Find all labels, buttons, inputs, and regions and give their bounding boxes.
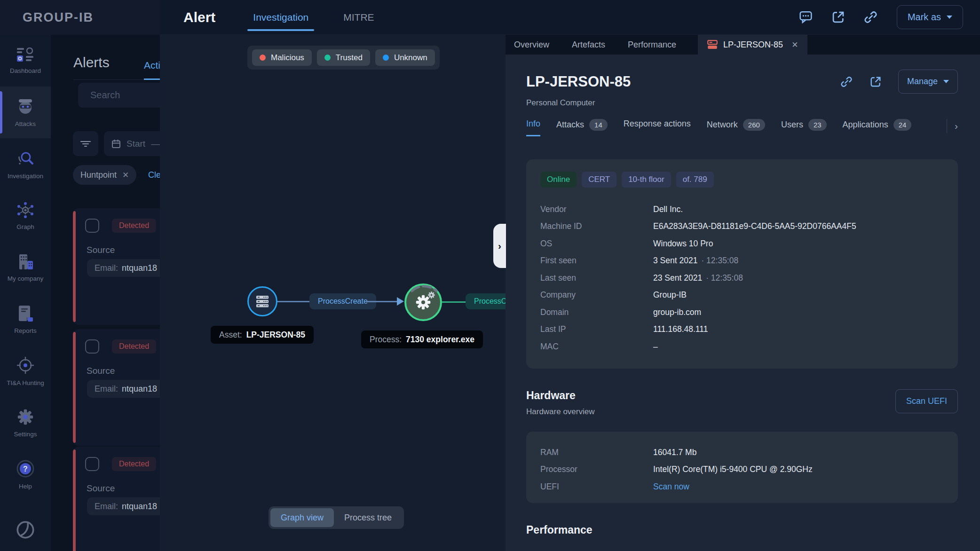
source-label: Source xyxy=(87,366,115,376)
investigation-graph-canvas[interactable]: Malicious Trusted Unknown ProcessCreate … xyxy=(160,35,506,551)
open-external-icon[interactable] xyxy=(832,11,845,24)
asset-subtitle: Personal Computer xyxy=(526,98,958,108)
sidebar-item-settings[interactable]: Settings xyxy=(0,397,51,449)
legend-label: Trusted xyxy=(336,53,363,63)
open-external-icon[interactable] xyxy=(870,76,881,87)
graph-node-process[interactable] xyxy=(404,283,442,321)
sidebar-item-dashboard[interactable]: Dashboard xyxy=(0,35,51,87)
toggle-process-tree[interactable]: Process tree xyxy=(334,508,402,527)
divider xyxy=(947,119,947,133)
table-row: Processor Intel(R) Core(TM) i5-9400 CPU … xyxy=(540,461,944,479)
sidebar-item-label: Reports xyxy=(14,327,36,334)
alerts-tab-active[interactable]: Active xyxy=(144,60,160,71)
edge-label-processcreate[interactable]: ProcessCreate xyxy=(466,293,506,309)
email-chip[interactable]: Email: ntquan18 xyxy=(87,380,160,398)
tab-asset-label: LP-JERSON-85 xyxy=(723,40,783,50)
clear-filters-link[interactable]: Clear xyxy=(148,170,160,180)
asset-tab-info[interactable]: Info xyxy=(526,119,540,136)
close-icon[interactable]: ✕ xyxy=(122,170,129,180)
node-name: LP-JERSON-85 xyxy=(246,330,305,340)
tab-mitre[interactable]: MITRE xyxy=(343,0,374,35)
email-chip[interactable]: Email: ntquan18 xyxy=(87,259,160,277)
row-label: Last IP xyxy=(540,324,653,334)
sidebar-item-reports[interactable]: Reports xyxy=(0,293,51,345)
asset-header: LP-JERSON-85 Manage xyxy=(526,70,958,94)
tab-performance[interactable]: Performance xyxy=(616,40,688,50)
filter-button[interactable] xyxy=(73,131,98,156)
chevron-right-icon: › xyxy=(498,240,501,252)
group-ib-logo: GROUP-IB xyxy=(23,10,94,25)
sidebar-item-attacks[interactable]: Attacks xyxy=(0,87,51,138)
dashboard-icon xyxy=(16,47,34,63)
table-row: RAM 16041.7 Mb xyxy=(540,444,944,461)
count-badge: 260 xyxy=(743,119,765,131)
source-label: Source xyxy=(87,483,115,494)
performance-title: Performance xyxy=(526,524,958,536)
alert-checkbox[interactable] xyxy=(85,219,99,233)
tab-asset-lp-jerson-85[interactable]: LP-JERSON-85 ✕ xyxy=(698,35,807,55)
close-icon[interactable]: ✕ xyxy=(791,40,798,50)
filter-chip-huntpoint[interactable]: Huntpoint ✕ xyxy=(73,165,136,185)
asset-tab-network[interactable]: Network 260 xyxy=(707,119,765,137)
asset-title: LP-JERSON-85 xyxy=(526,73,631,90)
asset-tab-attacks[interactable]: Attacks 14 xyxy=(556,119,608,137)
sidebar-item-my-company[interactable]: My company xyxy=(0,242,51,293)
sidebar-item-label: Investigation xyxy=(8,173,43,180)
search-input[interactable] xyxy=(78,83,160,108)
mark-as-label: Mark as xyxy=(908,12,941,23)
asset-tabs: Info Attacks 14 Response actions Network… xyxy=(526,119,958,139)
mark-as-button[interactable]: Mark as xyxy=(897,5,963,29)
alerts-title: Alerts xyxy=(73,55,110,71)
tab-investigation[interactable]: Investigation xyxy=(253,0,308,35)
sidebar-item-help[interactable]: ? Help xyxy=(0,449,51,500)
asset-header-icons xyxy=(841,76,881,87)
manage-button[interactable]: Manage xyxy=(898,70,958,94)
asset-tab-applications[interactable]: Applications 24 xyxy=(843,119,912,137)
email-chip-key: Email: xyxy=(95,384,118,394)
alert-checkbox[interactable] xyxy=(85,457,99,471)
sidebar-item-tia-hunting[interactable]: TI&A Hunting xyxy=(0,345,51,397)
server-icon xyxy=(255,295,269,308)
company-buildings-icon xyxy=(16,253,35,270)
trusted-dot-icon xyxy=(324,55,331,61)
row-label: Processor xyxy=(540,464,653,474)
source-label: Source xyxy=(87,245,115,255)
tab-artefacts[interactable]: Artefacts xyxy=(561,40,616,50)
calendar-icon xyxy=(111,139,121,149)
link-icon[interactable] xyxy=(864,11,877,24)
unknown-dot-icon xyxy=(383,55,389,61)
legend-trusted[interactable]: Trusted xyxy=(317,49,370,66)
alert-card[interactable]: Detected Source Email: ntquan18 xyxy=(73,447,160,551)
sidebar-item-investigation[interactable]: Investigation xyxy=(0,138,51,190)
edge-line xyxy=(277,301,309,302)
tab-label: Applications xyxy=(843,120,888,130)
alert-card[interactable]: Detected Source Email: ntquan18 xyxy=(73,329,160,446)
sidebar-item-label: Help xyxy=(19,483,32,490)
scan-now-link[interactable]: Scan now xyxy=(653,482,689,492)
date-range-field[interactable]: Start — xyxy=(104,131,160,156)
hardware-title: Hardware xyxy=(526,389,595,402)
hardware-header: Hardware Hardware overview Scan UEFI xyxy=(526,389,958,417)
toggle-graph-view[interactable]: Graph view xyxy=(270,508,334,527)
asset-tab-response-actions[interactable]: Response actions xyxy=(624,119,691,135)
legend-malicious[interactable]: Malicious xyxy=(252,49,312,66)
group-ib-emblem xyxy=(0,519,51,541)
gear-small-icon xyxy=(427,291,435,299)
tab-overview[interactable]: Overview xyxy=(506,40,561,50)
asset-info-table: Vendor Dell Inc. Machine ID E6A283A3E9A-… xyxy=(540,201,944,355)
alert-checkbox[interactable] xyxy=(85,339,99,354)
comment-icon[interactable] xyxy=(799,11,812,24)
row-value: 23 Sent 2021 xyxy=(653,273,702,283)
legend-unknown[interactable]: Unknown xyxy=(375,49,435,66)
chevron-right-icon[interactable]: › xyxy=(955,120,958,132)
sidebar-item-graph[interactable]: Graph xyxy=(0,190,51,242)
scan-uefi-button[interactable]: Scan UEFI xyxy=(895,389,958,413)
email-chip[interactable]: Email: ntquan18 xyxy=(87,497,160,515)
alert-card[interactable]: Detected Source Email: ntquan18 xyxy=(73,208,160,325)
row-label: Domain xyxy=(540,307,653,317)
asset-tab-users[interactable]: Users 23 xyxy=(781,119,827,137)
graph-node-asset[interactable] xyxy=(247,286,277,316)
sidebar: Dashboard Attacks Investigation xyxy=(0,35,51,551)
link-icon[interactable] xyxy=(841,76,852,87)
panel-expander-handle[interactable]: › xyxy=(493,224,506,268)
